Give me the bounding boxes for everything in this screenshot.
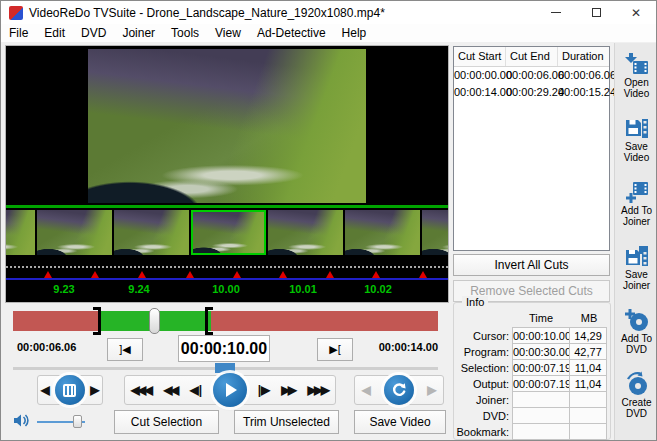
title-bar: VideoReDo TVSuite - Drone_Landscape_Natu… <box>1 1 656 24</box>
volume-icon[interactable] <box>13 413 31 428</box>
add-to-dvd-button[interactable]: Add To DVD <box>615 307 657 355</box>
next-scene-button[interactable]: ▶ <box>90 383 99 397</box>
info-label: Program: <box>456 344 512 360</box>
add-to-joiner-button[interactable]: Add To Joiner <box>615 179 657 227</box>
info-column-mb: MB <box>570 312 608 328</box>
selection-bar[interactable] <box>13 311 438 331</box>
create-dvd-icon <box>624 371 650 397</box>
fastest-forward-button[interactable]: ▶▶▶ <box>307 383 329 397</box>
menu-dvd[interactable]: DVD <box>73 24 114 43</box>
timeline-thumbnail-current[interactable] <box>191 210 266 255</box>
volume-slider-handle[interactable] <box>73 415 82 428</box>
info-row-joiner: Joiner: <box>456 392 608 408</box>
timeline-thumbnail[interactable] <box>345 210 420 255</box>
cut-start-cell: 00:00:14.00 <box>454 84 506 101</box>
tool-label: Video <box>624 152 649 163</box>
replay-button[interactable] <box>384 375 414 405</box>
jump-forward-button[interactable]: ▶ <box>427 383 436 397</box>
menu-edit[interactable]: Edit <box>36 24 73 43</box>
frame-tick <box>186 271 194 278</box>
frame-back-button[interactable]: ◀| <box>190 383 203 397</box>
fast-forward-button[interactable]: ▶▶ <box>281 383 296 397</box>
info-time-value: 00:00:30.00 <box>512 343 570 360</box>
close-button[interactable]: ✕ <box>616 1 656 24</box>
rewind-button[interactable]: ◀◀ <box>163 383 178 397</box>
menu-file[interactable]: File <box>1 24 36 43</box>
frame-forward-button[interactable]: |▶ <box>258 383 271 397</box>
column-header-cut-start[interactable]: Cut Start <box>454 47 506 66</box>
mark-frame-button[interactable] <box>55 375 85 405</box>
frame-tick <box>419 271 427 278</box>
menu-help[interactable]: Help <box>334 24 375 43</box>
minimize-button[interactable] <box>536 1 576 24</box>
create-dvd-button[interactable]: Create DVD <box>615 371 657 419</box>
open-video-button[interactable]: Open Video <box>615 51 657 99</box>
save-video-icon <box>624 115 650 141</box>
timeline-thumbnail[interactable] <box>37 210 112 255</box>
cut-list-row[interactable]: 00:00:00.00 00:00:06.06 00:00:06.06 <box>454 67 609 84</box>
cut-list-row[interactable]: 00:00:14.00 00:00:29.24 00:00:15.24 <box>454 84 609 101</box>
timeline-thumbnail[interactable] <box>114 210 189 255</box>
prev-scene-button[interactable]: ◀ <box>41 383 50 397</box>
goto-selection-start-button[interactable]: ]◀ <box>107 338 143 361</box>
menu-ad-detective[interactable]: Ad-Detective <box>249 24 334 43</box>
timecode-label: 10.02 <box>364 283 392 295</box>
cut-list[interactable]: Cut Start Cut End Duration 00:00:00.00 0… <box>453 46 610 251</box>
current-time-display[interactable]: 00:00:10.00 <box>178 335 270 362</box>
maximize-button[interactable] <box>576 1 616 24</box>
column-header-cut-end[interactable]: Cut End <box>506 47 558 66</box>
play-button[interactable] <box>213 373 247 407</box>
cut-selection-button[interactable]: Cut Selection <box>114 410 219 434</box>
frame-tick <box>279 271 287 278</box>
info-row-program: Program: 00:00:30.00 42,77 <box>456 344 608 360</box>
menu-tools[interactable]: Tools <box>163 24 207 43</box>
playhead-handle[interactable] <box>149 308 160 334</box>
info-label: Output: <box>456 376 512 392</box>
maximize-icon <box>592 8 601 17</box>
info-panel: Info Time MB Cursor: 00:00:10.00 14,29 P… <box>453 302 611 440</box>
tool-label: DVD <box>626 408 647 419</box>
open-video-icon <box>624 51 650 77</box>
tool-label: Add To <box>621 333 652 344</box>
save-video-button[interactable]: Save Video <box>354 410 446 434</box>
media-area: 9.23 9.24 10.00 10.01 10.02 <box>5 45 449 303</box>
shuttle-slider-handle[interactable] <box>215 363 235 373</box>
info-mb-value: 42,77 <box>569 343 607 360</box>
app-icon <box>9 6 23 20</box>
tool-label: Video <box>624 88 649 99</box>
timeline-thumbnail[interactable] <box>5 210 35 255</box>
frame-tick <box>372 271 380 278</box>
info-time-value <box>512 391 570 408</box>
info-time-value <box>512 423 570 440</box>
info-time-value <box>512 407 570 424</box>
fast-rewind-button[interactable]: ◀◀◀ <box>130 383 152 397</box>
play-icon <box>226 383 237 397</box>
column-header-duration[interactable]: Duration <box>558 47 609 66</box>
selection-start-bracket[interactable] <box>93 307 101 335</box>
menu-view[interactable]: View <box>207 24 249 43</box>
window-title: VideoReDo TVSuite - Drone_Landscape_Natu… <box>29 6 385 20</box>
timeline-thumbnail[interactable] <box>268 210 343 255</box>
info-panel-title: Info <box>462 296 488 308</box>
timecode-label: 9.23 <box>53 283 74 295</box>
tool-label: Add To <box>621 205 652 216</box>
info-mb-value <box>569 423 607 440</box>
jump-back-button[interactable]: ◀ <box>362 383 371 397</box>
replay-transport-group: ◀ ▶ <box>354 375 444 405</box>
selection-end-bracket[interactable] <box>205 307 213 335</box>
save-joiner-button[interactable]: Save Joiner <box>615 243 657 291</box>
menu-joiner[interactable]: Joiner <box>114 24 163 43</box>
save-video-tool-button[interactable]: Save Video <box>615 115 657 163</box>
info-time-value: 00:00:07.19 <box>512 359 570 376</box>
duration-cell: 00:00:15.24 <box>558 84 616 101</box>
info-column-time: Time <box>512 312 570 328</box>
info-label: Bookmark: <box>456 424 512 440</box>
tool-label: Save <box>625 269 648 280</box>
invert-all-cuts-button[interactable]: Invert All Cuts <box>453 254 610 276</box>
timecode-label: 10.01 <box>289 283 317 295</box>
goto-selection-end-button[interactable]: ▶[ <box>317 338 353 361</box>
info-row-cursor: Cursor: 00:00:10.00 14,29 <box>456 328 608 344</box>
info-mb-value: 11,04 <box>569 359 607 376</box>
trim-unselected-button[interactable]: Trim Unselected <box>234 410 339 434</box>
timeline-thumbnail[interactable] <box>422 210 449 255</box>
